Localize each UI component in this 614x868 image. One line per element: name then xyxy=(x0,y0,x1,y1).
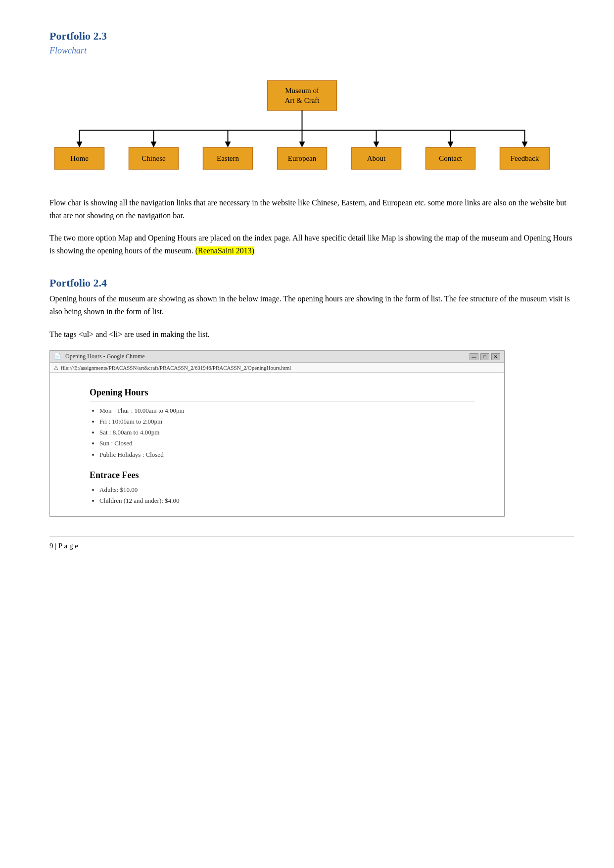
svg-text:Eastern: Eastern xyxy=(217,154,239,162)
svg-marker-10 xyxy=(225,142,231,147)
svg-text:About: About xyxy=(367,154,386,162)
svg-marker-16 xyxy=(448,142,454,147)
hours-list-item: Public Holidays : Closed xyxy=(99,449,474,460)
svg-text:Contact: Contact xyxy=(439,154,462,162)
browser-content: Opening Hours Mon - Thur : 10.00am to 4.… xyxy=(50,373,504,516)
browser-title-text: Opening Hours - Google Chrome xyxy=(65,353,145,360)
hours-list-item: Sat : 8.00am to 4.00pm xyxy=(99,427,474,438)
page-number: 9 | P a g e xyxy=(49,536,574,550)
browser-window: 📄 Opening Hours - Google Chrome — □ ✕ △ … xyxy=(49,350,505,517)
entrace-fees-title: Entrace Fees xyxy=(90,470,474,481)
browser-titlebar-left: 📄 Opening Hours - Google Chrome xyxy=(54,353,145,360)
hours-list: Mon - Thur : 10.00am to 4.00pm Fri : 10:… xyxy=(99,405,474,460)
browser-maximize-btn[interactable]: □ xyxy=(480,353,489,360)
browser-page-icon: 📄 xyxy=(54,353,61,360)
opening-hours-title: Opening Hours xyxy=(90,387,474,401)
svg-marker-12 xyxy=(299,142,305,147)
svg-marker-8 xyxy=(151,142,157,147)
svg-marker-18 xyxy=(522,142,528,147)
browser-close-btn[interactable]: ✕ xyxy=(491,353,500,360)
flowchart-label: Flowchart xyxy=(49,46,574,56)
svg-marker-6 xyxy=(77,142,83,147)
flowchart-svg: Museum of Art & Craft xyxy=(49,76,574,175)
portfolio-23-title: Portfolio 2.3 xyxy=(49,30,574,43)
svg-text:Art & Craft: Art & Craft xyxy=(285,96,320,104)
svg-rect-0 xyxy=(268,81,337,110)
portfolio-24-title: Portfolio 2.4 xyxy=(49,277,574,289)
page-number-text: 9 | P a g e xyxy=(49,542,78,550)
fees-list: Adults: $10.00 Children (12 and under): … xyxy=(99,484,474,506)
flowchart-container: Museum of Art & Craft xyxy=(49,76,574,177)
browser-security-icon: △ xyxy=(54,364,58,371)
fees-list-item: Adults: $10.00 xyxy=(99,484,474,495)
svg-text:Home: Home xyxy=(70,154,89,162)
para3: Opening hours of the museum are showing … xyxy=(49,292,574,318)
highlight-ref: (ReenaSaini 2013) xyxy=(195,246,255,255)
svg-marker-14 xyxy=(374,142,379,147)
browser-addressbar: △ file:///E:/assignments/PRACASSN/art&cr… xyxy=(50,363,504,373)
para1: Flow char is showing all the navigation … xyxy=(49,196,574,222)
svg-text:Chinese: Chinese xyxy=(142,154,166,162)
browser-titlebar: 📄 Opening Hours - Google Chrome — □ ✕ xyxy=(50,351,504,363)
para2-text: The two more option Map and Opening Hour… xyxy=(49,234,572,255)
browser-minimize-btn[interactable]: — xyxy=(470,353,478,360)
svg-text:Museum of: Museum of xyxy=(285,87,319,95)
hours-list-item: Sun : Closed xyxy=(99,438,474,449)
para2: The two more option Map and Opening Hour… xyxy=(49,232,574,257)
portfolio-23-section: Portfolio 2.3 Flowchart Museum of Art & … xyxy=(49,30,574,257)
browser-controls[interactable]: — □ ✕ xyxy=(470,353,500,360)
svg-text:European: European xyxy=(288,154,317,162)
browser-url: file:///E:/assignments/PRACASSN/art&craf… xyxy=(61,365,291,371)
hours-list-item: Fri : 10:00am to 2:00pm xyxy=(99,416,474,427)
svg-text:Feedback: Feedback xyxy=(511,154,539,162)
fees-list-item: Children (12 and under): $4.00 xyxy=(99,495,474,506)
portfolio-24-section: Portfolio 2.4 Opening hours of the museu… xyxy=(49,277,574,516)
para4: The tags <ul> and <li> are used in makin… xyxy=(49,328,574,341)
hours-list-item: Mon - Thur : 10.00am to 4.00pm xyxy=(99,405,474,416)
